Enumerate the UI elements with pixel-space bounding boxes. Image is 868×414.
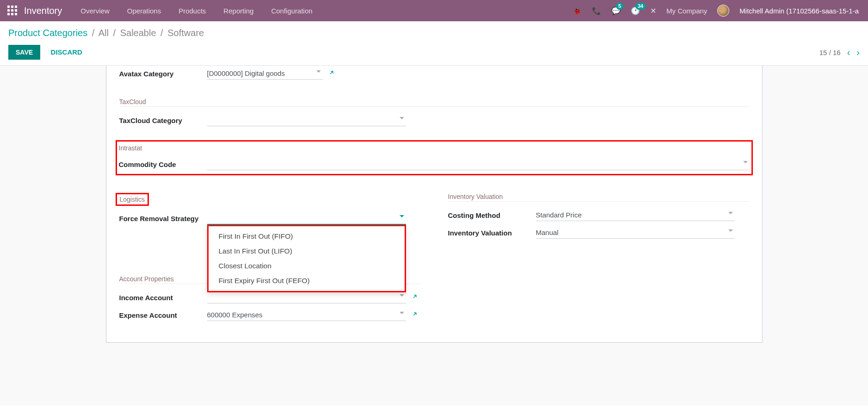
username[interactable]: Mitchell Admin (17102566-saas-15-1-a [739, 7, 859, 15]
pager-next-icon[interactable]: › [856, 47, 860, 58]
nav-operations[interactable]: Operations [127, 7, 161, 15]
messages-badge: 5 [616, 3, 623, 10]
activities-icon[interactable]: 🕐34 [631, 6, 640, 15]
avatar[interactable] [717, 5, 729, 17]
intrastat-section-title: Intrastat [119, 144, 750, 153]
chevron-down-icon[interactable] [400, 215, 404, 217]
avatax-category-label: Avatax Category [119, 70, 207, 78]
nav-configuration[interactable]: Configuration [271, 7, 312, 15]
income-account-label: Income Account [119, 294, 207, 302]
nav-overview[interactable]: Overview [80, 7, 110, 15]
commodity-code-label: Commodity Code [119, 161, 207, 168]
chevron-down-icon[interactable] [316, 70, 321, 73]
app-name[interactable]: Inventory [24, 6, 62, 16]
breadcrumb-all[interactable]: All [98, 28, 109, 38]
chevron-down-icon[interactable] [728, 229, 733, 232]
messages-icon[interactable]: 💬5 [611, 6, 621, 15]
chevron-down-icon[interactable] [743, 161, 748, 163]
taxcloud-section-title: TaxCloud [119, 98, 749, 107]
avatax-category-input[interactable] [207, 68, 323, 80]
chevron-down-icon[interactable] [400, 312, 404, 314]
breadcrumb-root[interactable]: Product Categories [8, 28, 87, 38]
dropdown-item-fefo[interactable]: First Expiry First Out (FEFO) [209, 273, 405, 288]
inventory-valuation-section-title: Inventory Valuation [448, 193, 749, 202]
commodity-code-input[interactable] [207, 158, 750, 170]
chevron-down-icon[interactable] [728, 212, 733, 214]
taxcloud-category-label: TaxCloud Category [119, 117, 207, 124]
taxcloud-category-input[interactable] [207, 114, 406, 126]
save-button[interactable]: SAVE [8, 45, 40, 60]
inventory-valuation-label: Inventory Valuation [448, 229, 536, 237]
costing-method-input[interactable] [536, 209, 735, 221]
bug-icon[interactable]: 🐞 [573, 6, 582, 15]
phone-icon[interactable]: 📞 [592, 6, 601, 15]
nav-reporting[interactable]: Reporting [223, 7, 253, 15]
costing-method-label: Costing Method [448, 211, 536, 219]
inventory-valuation-input[interactable] [536, 227, 735, 239]
tools-icon[interactable]: ✕ [650, 6, 656, 15]
pager-count[interactable]: 15 / 16 [819, 49, 841, 56]
activities-badge: 34 [635, 3, 646, 10]
pager-prev-icon[interactable]: ‹ [847, 47, 850, 58]
breadcrumb-saleable[interactable]: Saleable [120, 28, 156, 38]
nav-products[interactable]: Products [179, 7, 206, 15]
external-link-icon[interactable] [412, 293, 418, 302]
expense-account-input[interactable] [207, 309, 406, 321]
external-link-icon[interactable] [412, 311, 418, 319]
income-account-input[interactable] [207, 291, 406, 303]
dropdown-item-lifo[interactable]: Last In First Out (LIFO) [209, 244, 405, 259]
external-link-icon[interactable] [328, 69, 335, 78]
dropdown-item-closest[interactable]: Closest Location [209, 259, 405, 273]
logistics-section-title: Logistics [120, 196, 145, 204]
removal-strategy-dropdown: First In First Out (FIFO) Last In First … [207, 225, 406, 292]
chevron-down-icon[interactable] [400, 117, 404, 119]
removal-strategy-label: Force Removal Strategy [119, 215, 207, 222]
removal-strategy-input[interactable] [207, 212, 406, 225]
nav-menu: Overview Operations Products Reporting C… [80, 7, 573, 15]
chevron-down-icon[interactable] [400, 294, 404, 297]
company-switcher[interactable]: My Company [666, 7, 707, 15]
dropdown-item-fifo[interactable]: First In First Out (FIFO) [209, 229, 405, 244]
apps-icon[interactable] [7, 6, 18, 16]
breadcrumb: Product Categories / All / Saleable / So… [8, 28, 860, 38]
breadcrumb-current: Software [167, 28, 204, 38]
discard-button[interactable]: DISCARD [51, 48, 82, 56]
expense-account-label: Expense Account [119, 311, 207, 319]
